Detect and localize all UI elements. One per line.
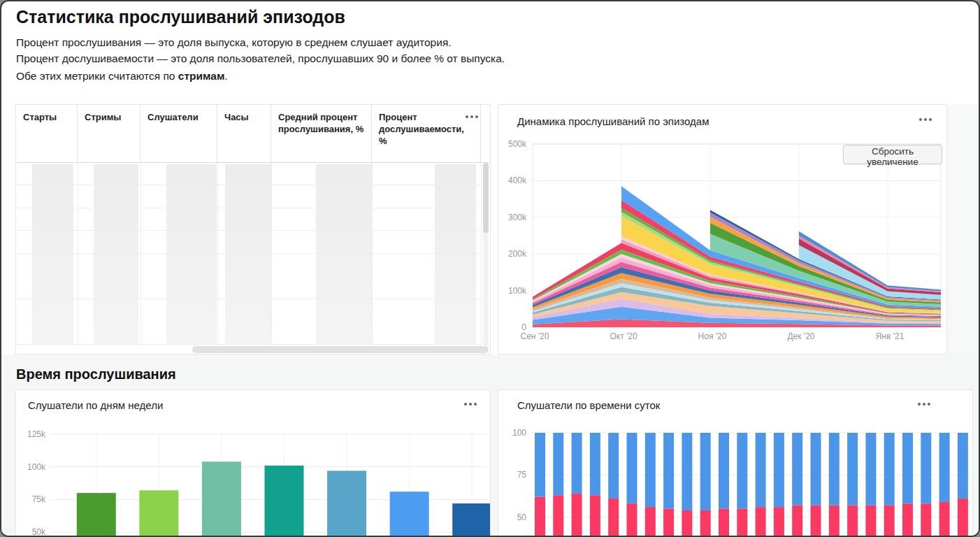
svg-text:200k: 200k [508, 249, 527, 259]
dashboard-page: Статистика прослушиваний эпизодов Процен… [0, 0, 980, 537]
column-header-streams: Стримы [78, 105, 140, 162]
daytime-stacked-bar-chart[interactable]: 1007550 [498, 390, 972, 537]
svg-text:125k: 125k [27, 429, 46, 439]
svg-text:500k: 500k [508, 139, 527, 149]
listening-time-section-title: Время прослушивания [16, 366, 176, 382]
column-divider [140, 163, 141, 346]
svg-text:75: 75 [517, 470, 527, 480]
description-line-3: Обе этих метрики считаются по стримам. [16, 70, 228, 83]
streams-bold-text: стримам [178, 70, 225, 82]
svg-text:50: 50 [517, 513, 527, 522]
horizontal-scrollbar-thumb[interactable] [192, 346, 489, 353]
page-title: Статистика прослушиваний эпизодов [16, 7, 345, 27]
redacted-cell-data [225, 164, 272, 345]
daytime-listeners-title: Слушатели по времени суток [517, 399, 660, 411]
svg-text:0: 0 [521, 322, 526, 332]
table-menu-icon[interactable] [463, 113, 480, 120]
column-divider [481, 163, 482, 346]
svg-text:50k: 50k [32, 527, 46, 537]
weekday-listeners-title: Слушатели по дням недели [28, 399, 163, 411]
column-divider [78, 163, 78, 346]
svg-text:400k: 400k [508, 176, 527, 185]
svg-text:100k: 100k [508, 286, 527, 296]
column-divider [372, 163, 373, 346]
description-line-2: Процент дослушиваемости — это доля польз… [16, 51, 505, 67]
column-header-avg-listen-percent: Средний процент прослушивания, % [271, 105, 372, 162]
episodes-area-chart[interactable]: 500k400k300k200k100k0Сен '20Окт '20Ноя '… [498, 105, 946, 354]
svg-text:100: 100 [512, 428, 526, 438]
column-header-hours: Часы [217, 105, 271, 162]
weekday-bar-chart[interactable]: 125k100k75k50k [16, 390, 490, 537]
svg-text:100k: 100k [27, 462, 46, 472]
table-header-row: Старты Стримы Слушатели Часы Средний про… [16, 105, 490, 163]
reset-zoom-button[interactable]: Сбросить увеличение [843, 145, 942, 164]
weekday-listeners-card: Слушатели по дням недели 125k100k75k50k [15, 389, 491, 537]
redacted-cell-data [316, 164, 373, 345]
column-header-starts: Старты [16, 105, 78, 162]
svg-text:Ноя '20: Ноя '20 [698, 331, 727, 341]
svg-text:Окт '20: Окт '20 [610, 331, 637, 341]
metrics-description: Процент прослушивания — это доля выпуска… [16, 35, 505, 66]
card-menu-icon[interactable] [462, 401, 479, 408]
card-menu-icon[interactable] [917, 116, 934, 123]
episodes-dynamics-title: Динамика прослушиваний по эпизодам [517, 115, 709, 127]
description-line-1: Процент прослушивания — это доля выпуска… [16, 35, 505, 51]
episodes-table-card: Старты Стримы Слушатели Часы Средний про… [15, 104, 491, 355]
page-background-strip [947, 104, 980, 355]
vertical-scrollbar-thumb[interactable] [483, 163, 489, 233]
column-header-listeners: Слушатели [140, 105, 217, 162]
daytime-listeners-card: Слушатели по времени суток 1007550 [498, 389, 973, 537]
svg-text:Янв '21: Янв '21 [876, 331, 905, 341]
card-menu-icon[interactable] [916, 401, 932, 408]
redacted-cell-data [435, 164, 476, 345]
svg-text:Дек '20: Дек '20 [787, 331, 814, 341]
redacted-cell-data [94, 164, 138, 345]
column-divider [271, 163, 272, 346]
svg-text:300k: 300k [508, 213, 527, 222]
redacted-cell-data [166, 164, 217, 345]
column-divider [217, 163, 218, 346]
svg-text:Сен '20: Сен '20 [521, 331, 549, 341]
redacted-cell-data [32, 164, 73, 345]
svg-text:75k: 75k [32, 494, 46, 504]
episodes-dynamics-card: Динамика прослушиваний по эпизодам 500k4… [498, 104, 947, 355]
